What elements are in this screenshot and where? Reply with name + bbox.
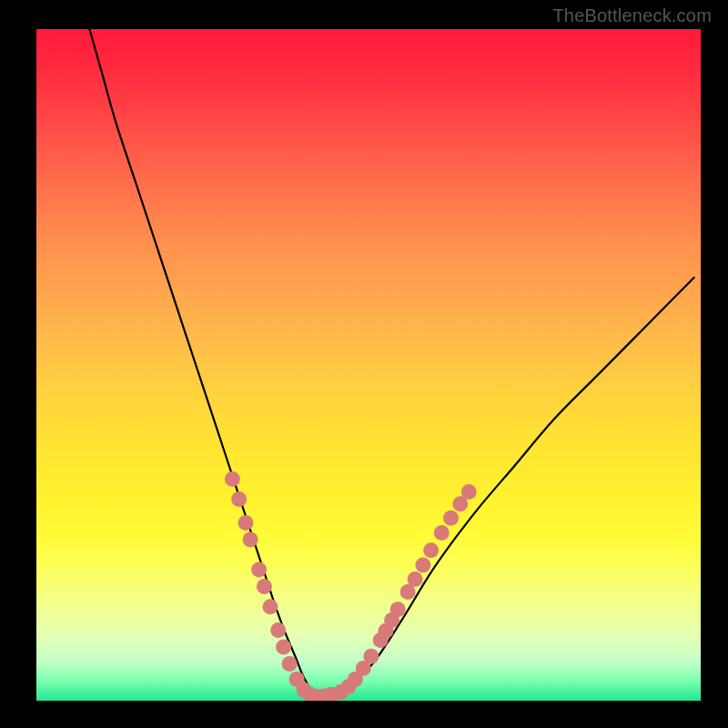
bottleneck-curve <box>89 29 693 696</box>
marker-dot <box>251 562 267 578</box>
marker-dot <box>461 484 477 500</box>
marker-dot <box>257 579 272 594</box>
marker-dot <box>270 622 286 638</box>
marker-dot <box>231 491 247 507</box>
marker-dot <box>423 542 439 558</box>
curve-markers <box>225 471 477 701</box>
marker-dot <box>415 557 430 572</box>
marker-dot <box>243 531 258 547</box>
marker-dot <box>238 515 253 531</box>
watermark-text: TheBottleneck.com <box>552 5 712 26</box>
marker-dot <box>390 602 406 617</box>
marker-dot <box>434 525 450 541</box>
marker-dot <box>262 599 278 614</box>
marker-dot <box>276 639 291 654</box>
plot-area <box>36 29 701 701</box>
curve-overlay <box>36 29 701 701</box>
marker-dot <box>363 649 379 664</box>
marker-dot <box>443 511 459 526</box>
marker-dot <box>225 471 240 487</box>
chart-frame: TheBottleneck.com <box>0 0 728 728</box>
marker-dot <box>282 656 298 672</box>
marker-dot <box>408 571 423 587</box>
